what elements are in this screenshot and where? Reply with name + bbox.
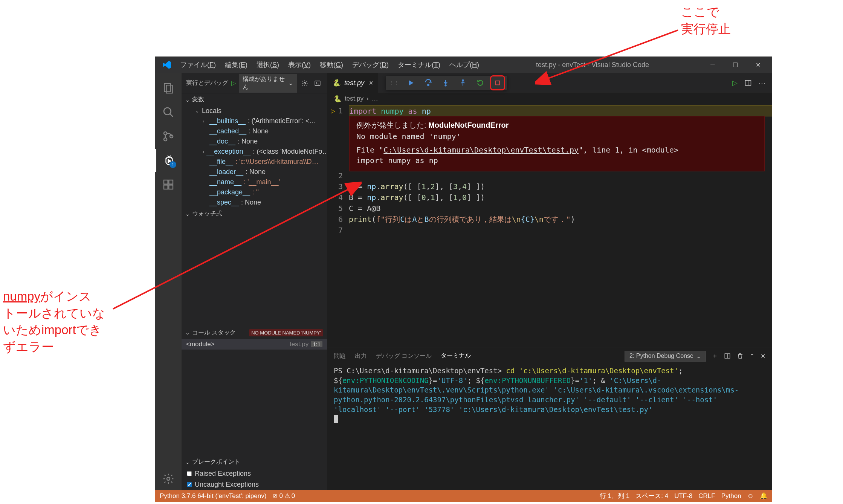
bp-raised[interactable]: Raised Exceptions xyxy=(182,468,327,479)
exception-popup[interactable]: 例外が発生しました: ModuleNotFoundError No module… xyxy=(349,116,765,171)
step-out-button[interactable] xyxy=(457,77,469,89)
start-debug-icon[interactable]: ▷ xyxy=(231,79,236,87)
activity-debug[interactable]: 1 xyxy=(155,149,182,172)
status-bell-icon[interactable]: 🔔 xyxy=(760,492,768,500)
bp-raised-checkbox[interactable] xyxy=(187,471,192,476)
var-package[interactable]: __package__: '' xyxy=(182,187,327,197)
code-line-4[interactable]: B = np.array([ [0,1], [1,0] ]) xyxy=(349,192,772,203)
status-bar: Python 3.7.6 64-bit ('envTest': pipenv) … xyxy=(155,490,772,502)
debug-config-dropdown[interactable]: 構成がありません⌄ xyxy=(239,74,297,93)
code-editor[interactable]: ▷1 import numpy as np 例外が発生しました: ModuleN… xyxy=(327,105,772,348)
tab-debug-console[interactable]: デバッグ コンソール xyxy=(376,349,432,363)
status-eol[interactable]: CRLF xyxy=(698,492,715,500)
split-terminal-icon[interactable] xyxy=(724,353,731,359)
file-tab-testpy[interactable]: 🐍 test.py ✕ xyxy=(327,73,378,93)
var-spec[interactable]: __spec__: None xyxy=(182,197,327,208)
svg-marker-17 xyxy=(409,80,414,85)
svg-rect-16 xyxy=(315,81,320,86)
menu-terminal[interactable]: ターミナル(T) xyxy=(393,58,445,72)
bp-uncaught-checkbox[interactable] xyxy=(187,482,192,487)
python-file-icon: 🐍 xyxy=(332,79,341,87)
tab-terminal[interactable]: ターミナル xyxy=(441,349,471,363)
more-actions-icon[interactable]: ⋯ xyxy=(759,79,765,87)
titlebar: ファイル(F) 編集(E) 選択(S) 表示(V) 移動(G) デバッグ(D) … xyxy=(155,57,772,73)
close-tab-icon[interactable]: ✕ xyxy=(368,79,373,87)
gear-icon[interactable] xyxy=(300,78,310,88)
var-exception[interactable]: ›__exception__: (<class 'ModuleNotFo… xyxy=(182,147,327,157)
close-panel-icon[interactable]: ✕ xyxy=(761,353,765,360)
debug-sidebar: 実行とデバッグ ▷ 構成がありません⌄ ⌄変数 ⌄Locals ›__built… xyxy=(182,73,327,490)
svg-point-22 xyxy=(462,80,463,81)
debug-toolbar[interactable]: ⋮⋮ xyxy=(386,76,507,90)
status-encoding[interactable]: UTF-8 xyxy=(674,492,692,500)
locals-header[interactable]: ⌄Locals xyxy=(182,106,327,116)
activity-search[interactable] xyxy=(155,101,182,124)
tab-problems[interactable]: 問題 xyxy=(334,349,346,363)
trash-icon[interactable] xyxy=(737,353,744,359)
status-position[interactable]: 行 1、列 1 xyxy=(600,492,629,500)
activity-scm[interactable] xyxy=(155,125,182,148)
code-line-1[interactable]: import numpy as np xyxy=(349,105,772,116)
minimize-button[interactable]: ─ xyxy=(701,57,724,73)
bp-uncaught[interactable]: Uncaught Exceptions xyxy=(182,479,327,490)
restart-button[interactable] xyxy=(475,77,486,89)
var-name[interactable]: __name__: '__main__' xyxy=(182,177,327,187)
menu-select[interactable]: 選択(S) xyxy=(252,58,284,72)
callstack-frame[interactable]: <module> test.py 1:1 xyxy=(182,339,327,350)
code-line-7[interactable] xyxy=(349,225,772,236)
console-icon[interactable] xyxy=(313,78,322,88)
status-errors[interactable]: ⊘0 ⚠0 xyxy=(272,492,295,500)
activity-settings[interactable] xyxy=(155,467,182,490)
step-over-button[interactable] xyxy=(423,77,434,89)
var-doc[interactable]: __doc__: None xyxy=(182,136,327,147)
section-variables[interactable]: ⌄変数 xyxy=(182,93,327,106)
section-watch[interactable]: ⌄ウォッチ式 xyxy=(182,208,327,220)
var-loader[interactable]: __loader__: None xyxy=(182,167,327,177)
editor-tabs: 🐍 test.py ✕ ⋮⋮ ▷ ⋯ xyxy=(327,73,772,93)
maximize-panel-icon[interactable]: ⌃ xyxy=(750,353,754,360)
svg-line-5 xyxy=(170,114,173,117)
var-cached[interactable]: __cached__: None xyxy=(182,126,327,136)
tab-output[interactable]: 出力 xyxy=(355,349,367,363)
run-debug-header: 実行とデバッグ ▷ 構成がありません⌄ xyxy=(182,73,327,93)
status-feedback-icon[interactable]: ☺ xyxy=(747,492,754,500)
status-language[interactable]: Python xyxy=(721,492,741,500)
run-file-icon[interactable]: ▷ xyxy=(732,79,738,87)
activity-explorer[interactable] xyxy=(155,77,182,99)
toolbar-grip-icon[interactable]: ⋮⋮ xyxy=(389,80,399,86)
terminal-cursor xyxy=(334,415,338,423)
close-button[interactable]: ✕ xyxy=(747,57,769,73)
split-editor-icon[interactable] xyxy=(744,79,752,87)
activity-extensions[interactable] xyxy=(155,173,182,196)
stop-button[interactable] xyxy=(492,77,503,89)
breadcrumb[interactable]: 🐍 test.py › … xyxy=(327,93,772,105)
editor-area: 🐍 test.py ✕ ⋮⋮ ▷ ⋯ xyxy=(327,73,772,490)
svg-point-20 xyxy=(445,85,446,86)
menu-goto[interactable]: 移動(G) xyxy=(315,58,348,72)
step-into-button[interactable] xyxy=(440,77,451,89)
new-terminal-icon[interactable]: ＋ xyxy=(712,352,718,360)
status-python[interactable]: Python 3.7.6 64-bit ('envTest': pipenv) xyxy=(160,492,266,500)
menu-debug[interactable]: デバッグ(D) xyxy=(348,58,393,72)
menu-edit[interactable]: 編集(E) xyxy=(220,58,252,72)
status-spaces[interactable]: スペース: 4 xyxy=(635,492,668,500)
run-debug-label: 実行とデバッグ xyxy=(186,79,228,87)
code-line-2[interactable] xyxy=(349,170,772,181)
code-line-6[interactable]: print(f"行列CはAとBの行列積であり，結果は\n{C}\nです．") xyxy=(349,214,772,225)
debug-badge: 1 xyxy=(170,161,176,168)
code-line-3[interactable]: A = np.array([ [1,2], [3,4] ]) xyxy=(349,181,772,192)
var-builtins[interactable]: ›__builtins__: {'ArithmeticError': <... xyxy=(182,116,327,126)
menu-view[interactable]: 表示(V) xyxy=(284,58,315,72)
svg-rect-11 xyxy=(164,185,168,189)
var-file[interactable]: __file__: 'c:\\Users\\d-kitamura\\D… xyxy=(182,157,327,167)
continue-button[interactable] xyxy=(405,77,417,89)
section-breakpoints[interactable]: ⌄ブレークポイント xyxy=(182,456,327,468)
menu-help[interactable]: ヘルプ(H) xyxy=(445,58,484,72)
maximize-button[interactable]: ☐ xyxy=(724,57,747,73)
svg-point-6 xyxy=(164,132,167,135)
section-callstack[interactable]: ⌄コール スタック NO MODULE NAMED 'NUMPY' xyxy=(182,327,327,339)
terminal-output[interactable]: PS C:\Users\d-kitamura\Desktop\envTest> … xyxy=(327,364,772,490)
code-line-5[interactable]: C = A@B xyxy=(349,203,772,214)
terminal-selector[interactable]: 2: Python Debug Consc⌄ xyxy=(625,351,706,362)
menu-file[interactable]: ファイル(F) xyxy=(176,58,220,72)
